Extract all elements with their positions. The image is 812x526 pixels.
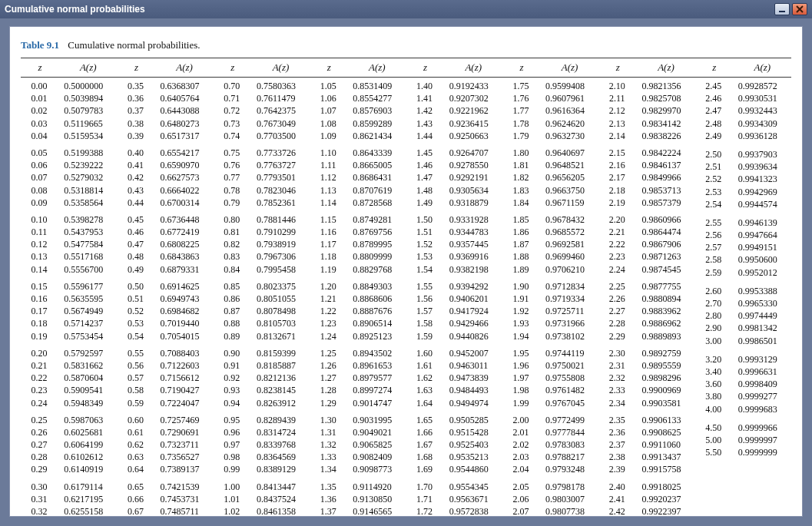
cell-a: 0.9357445 <box>445 238 502 250</box>
cell-a: 0.8599289 <box>348 117 406 130</box>
cell-z: 1.80 <box>502 147 541 159</box>
table-row: 1.670.9525403 <box>406 438 502 451</box>
cell-a: 0.9922397 <box>637 505 694 517</box>
cell-a: 0.9484493 <box>445 384 502 396</box>
table-row: 3.600.9998409 <box>695 378 791 390</box>
cell-z: 1.16 <box>310 226 348 238</box>
table-row: 4.000.9999683 <box>695 403 791 415</box>
cell-a: 0.7054015 <box>156 330 214 342</box>
cell-z: 0.86 <box>214 293 252 305</box>
cell-z: 1.31 <box>310 426 348 438</box>
table-row: 0.000.5000000 <box>21 80 117 92</box>
close-button[interactable] <box>792 3 807 15</box>
table-row-group: 0.800.78814460.810.79102990.820.79389190… <box>214 213 310 276</box>
table-row: 0.050.5199388 <box>21 147 117 159</box>
col-header-z: z <box>406 61 445 74</box>
cell-z: 1.98 <box>502 384 541 396</box>
cell-z: 0.12 <box>21 238 59 250</box>
table-row-group: 1.450.92647071.460.92785501.470.92921911… <box>406 147 502 209</box>
table-row-group: 2.450.99285722.460.99305312.470.99324432… <box>695 80 791 142</box>
cell-z: 0.36 <box>117 92 155 104</box>
cell-z: 0.60 <box>117 414 155 426</box>
cell-a: 0.9849966 <box>637 171 694 184</box>
table-row: 1.570.9417924 <box>406 305 502 317</box>
cell-a: 0.8868606 <box>348 293 406 305</box>
cell-z: 0.95 <box>214 414 252 426</box>
minimize-button[interactable] <box>774 3 790 15</box>
table-row: 0.700.7580363 <box>214 80 310 92</box>
cell-a: 0.9236415 <box>445 117 502 130</box>
table-row: 2.520.9941323 <box>695 173 791 185</box>
table-row: 1.840.9671159 <box>502 197 598 209</box>
table-row: 2.250.9877755 <box>598 280 694 293</box>
cell-a: 0.5714237 <box>59 317 117 329</box>
cell-a: 0.8997274 <box>348 384 406 396</box>
cell-a: 0.6064199 <box>59 438 117 451</box>
cell-a: 0.6480273 <box>156 117 214 130</box>
cell-a: 0.9452007 <box>445 347 502 359</box>
table-row: 1.080.8599289 <box>310 117 406 130</box>
table-row: 0.560.7122603 <box>117 359 213 372</box>
cell-z: 2.29 <box>598 330 637 342</box>
cell-z: 1.69 <box>406 463 445 475</box>
cell-a: 0.6808225 <box>156 238 214 250</box>
cell-z: 0.43 <box>117 184 155 197</box>
cell-a: 0.8531409 <box>348 80 406 92</box>
cell-z: 1.34 <box>310 463 348 475</box>
cell-z: 1.20 <box>310 280 348 293</box>
cell-z: 2.39 <box>598 463 637 475</box>
cell-a: 0.8621434 <box>348 130 406 142</box>
document-page: Table 9.1 Cumulative normal probabilitie… <box>9 26 803 517</box>
table-row: 0.600.7257469 <box>117 414 213 426</box>
table-row: 1.710.9563671 <box>406 493 502 505</box>
window-title: Cumulative normal probabilities <box>5 4 145 15</box>
cell-z: 5.00 <box>695 434 734 446</box>
table-row-group: 1.150.87492811.160.87697561.170.87899951… <box>310 213 406 276</box>
cell-z: 1.84 <box>502 197 541 209</box>
table-row: 1.190.8829768 <box>310 263 406 276</box>
cell-z: 0.87 <box>214 305 252 317</box>
cell-z: 0.89 <box>214 330 252 342</box>
cell-z: 0.14 <box>21 263 59 276</box>
cell-a: 0.7967306 <box>252 250 310 263</box>
table-row: 0.520.6984682 <box>117 305 213 317</box>
cell-a: 0.9864474 <box>637 226 694 238</box>
cell-z: 2.57 <box>695 241 734 253</box>
cell-a: 0.9292191 <box>445 171 502 184</box>
cell-a: 0.6517317 <box>156 130 214 142</box>
table-row: 1.680.9535213 <box>406 451 502 463</box>
cell-z: 1.45 <box>406 147 445 159</box>
col-header-z: z <box>214 61 252 74</box>
table-row: 1.180.8809999 <box>310 250 406 263</box>
cell-a: 0.9942969 <box>734 186 791 198</box>
table-row: 2.330.9900969 <box>598 384 694 396</box>
table-row: 0.030.5119665 <box>21 117 117 130</box>
cell-a: 0.9750021 <box>541 359 598 372</box>
cell-a: 0.8132671 <box>252 330 310 342</box>
table-row: 1.650.9505285 <box>406 414 502 426</box>
cell-a: 0.8389129 <box>252 463 310 475</box>
table-row: 1.860.9685572 <box>502 226 598 238</box>
cell-z: 1.76 <box>502 92 541 104</box>
cell-z: 1.81 <box>502 159 541 171</box>
table-row: 1.120.8686431 <box>310 171 406 184</box>
table-row-group: 1.900.97128341.910.97193341.920.97257111… <box>502 280 598 342</box>
table-row: 0.820.7938919 <box>214 238 310 250</box>
table-row: 0.650.7421539 <box>117 481 213 493</box>
cell-a: 0.9031995 <box>348 414 406 426</box>
cell-a: 0.8809999 <box>348 250 406 263</box>
table-row-group: 2.600.99533882.700.99653302.800.99744492… <box>695 285 791 347</box>
cell-z: 1.29 <box>310 397 348 409</box>
cell-z: 1.78 <box>502 117 541 130</box>
cell-z: 2.51 <box>695 160 734 173</box>
cell-z: 1.37 <box>310 505 348 517</box>
table-row: 1.440.9250663 <box>406 130 502 142</box>
cell-z: 1.66 <box>406 426 445 438</box>
cell-z: 1.01 <box>214 493 252 505</box>
cell-a: 0.5831662 <box>59 359 117 372</box>
table-row: 1.830.9663750 <box>502 184 598 197</box>
cell-z: 2.03 <box>502 451 541 463</box>
table-row: 3.800.9999277 <box>695 390 791 402</box>
cell-z: 0.16 <box>21 293 59 305</box>
table-row: 1.360.9130850 <box>310 493 406 505</box>
